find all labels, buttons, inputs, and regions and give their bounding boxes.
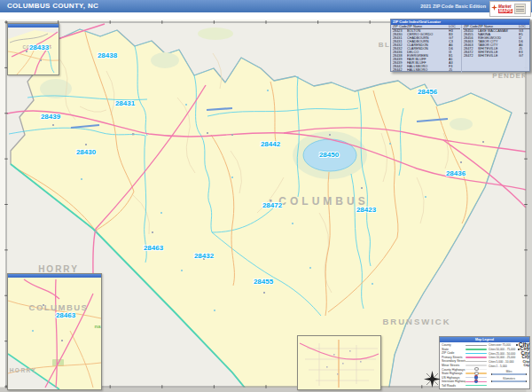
city-marker-icon xyxy=(516,344,518,346)
legend-label: Primary Streets xyxy=(442,356,466,359)
page-title: COLUMBUS COUNTY, NC xyxy=(7,0,98,12)
legend-line-swatch xyxy=(466,361,487,362)
legend-line-swatch xyxy=(466,377,487,378)
inset-street-art xyxy=(298,336,380,389)
compass-rose-icon xyxy=(424,371,441,388)
legend-line-swatch xyxy=(466,365,487,365)
map-legend: Map Legend CountyStateZIP CodePrimary St… xyxy=(439,336,530,389)
legend-line-swatch xyxy=(466,357,487,357)
col-zip-code: ZIP Code xyxy=(392,25,407,28)
scale-line xyxy=(491,380,527,382)
legend-label: State xyxy=(442,348,466,351)
legend-line-swatch xyxy=(466,381,487,382)
zip-index-cell: 28442 xyxy=(392,68,407,72)
shield-badge-icon xyxy=(474,375,478,379)
legend-line-swatch xyxy=(466,349,487,349)
inset-map-street-detail xyxy=(297,335,381,390)
scale-line xyxy=(491,373,527,375)
edition-label: 2021 ZIP Code Basic Edition xyxy=(420,0,486,12)
col-zip-code: ZIP Code xyxy=(463,25,478,28)
logo-word-maps: MAPS xyxy=(498,9,512,13)
legend-title: Map Legend xyxy=(440,337,529,342)
legend-line-swatch xyxy=(466,345,487,346)
col-loc: LOC xyxy=(449,25,460,28)
legend-line-items: CountyStateZIP CodePrimary StreetsSecond… xyxy=(442,343,487,388)
inset-28433-art xyxy=(8,27,59,74)
legend-city-label: Cities over 75,000 xyxy=(489,343,511,347)
logo-address-block xyxy=(514,4,526,14)
legend-city-items: Cities over 75,000CityCities 50,000 - 75… xyxy=(489,343,529,382)
legend-label: Interstate Highways xyxy=(442,380,466,383)
legend-city-row: Cities 1 - 5,000City xyxy=(489,364,529,368)
legend-city-label: Cities 25,000 - 50,000 xyxy=(489,352,515,356)
zip-index-row: 28472WHITEVILLEG7 xyxy=(463,54,530,58)
zip-index-left-column: ZIP Code ZIP Name LOC 28423BOLTONH328430… xyxy=(391,25,461,73)
inset-map-28433 xyxy=(7,23,59,75)
col-loc: LOC xyxy=(519,25,530,28)
title-bar: COLUMBUS COUNTY, NC 2021 ZIP Code Basic … xyxy=(0,0,532,12)
zip-index-cell: HALLSBORO xyxy=(407,68,449,72)
legend-line-swatch xyxy=(466,385,487,386)
legend-row: Toll Roads xyxy=(442,383,487,388)
legend-label: State Highways xyxy=(442,372,466,375)
zip-index-cell: WHITEVILLE xyxy=(478,54,519,58)
zip-index-table: ZIP Code Index/Grid Locator ZIP Code ZIP… xyxy=(390,19,530,72)
map-page: COLUMBUSBLADENPENDERBRUNSWICKHORRYHORRYC… xyxy=(0,0,532,392)
col-zip-name: ZIP Name xyxy=(407,25,449,28)
col-zip-name: ZIP Name xyxy=(478,25,519,28)
legend-line-swatch xyxy=(466,372,487,373)
legend-label: County xyxy=(442,343,466,347)
legend-label: ZIP Code xyxy=(442,351,466,355)
inset-28463-art xyxy=(8,278,101,389)
brand-logo: Market MAPS xyxy=(489,1,531,17)
city-marker-icon xyxy=(518,349,520,350)
zip-index-cell: 28472 xyxy=(463,54,478,58)
legend-line-swatch xyxy=(466,369,487,370)
scale-bar: Kilometers xyxy=(489,377,529,382)
oval-badge-icon xyxy=(474,372,479,375)
zip-index-row: 28442HALLSBOROJ5 xyxy=(392,68,460,72)
oval-badge-icon xyxy=(474,367,479,371)
shield-badge-icon xyxy=(474,380,478,383)
legend-city-label: Cities 1 - 5,000 xyxy=(489,365,507,368)
legend-city-sample: City xyxy=(523,365,529,368)
legend-line-swatch xyxy=(466,353,487,354)
zip-index-right-column: ZIP Code ZIP Name LOC 28450LAKE WACCAMAW… xyxy=(461,25,531,73)
legend-label: US Highways xyxy=(442,376,466,380)
zip-index-cell: G7 xyxy=(519,54,530,58)
logo-burst-icon xyxy=(491,4,497,11)
legend-city-label: Cities 50,000 - 75,000 xyxy=(489,348,515,351)
legend-label: Toll Roads xyxy=(442,384,466,388)
inset-map-28463 xyxy=(7,273,102,390)
legend-label: Secondary Streets xyxy=(442,359,466,363)
legend-label: Minor Streets xyxy=(442,364,466,367)
legend-label: County Highways xyxy=(442,368,466,372)
legend-city-label: Cities 10,000 - 25,000 xyxy=(489,356,515,359)
logo-text: Market MAPS xyxy=(498,5,512,13)
scale-bar: Miles xyxy=(489,370,529,375)
legend-city-label: Cities 5,000 - 10,000 xyxy=(489,360,514,364)
zip-index-cell: J5 xyxy=(449,68,460,72)
